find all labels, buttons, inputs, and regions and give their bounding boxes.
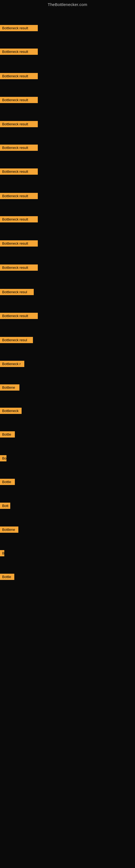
bar-row: Bo — [0, 455, 6, 463]
bottleneck-bar[interactable]: Bottle — [0, 431, 15, 437]
bottleneck-bar[interactable]: Bo — [0, 455, 6, 461]
bar-row: Bottleneck result — [0, 313, 38, 320]
bottleneck-bar[interactable]: Bottleneck resul — [0, 337, 33, 343]
bar-row: Bottleneck resul — [0, 337, 33, 344]
bar-row: Bottleneck result — [0, 240, 38, 248]
bottleneck-bar[interactable]: Bottleneck result — [0, 216, 38, 222]
bar-row: Bottle — [0, 479, 15, 486]
bottleneck-bar[interactable]: Bottleneck — [0, 408, 21, 414]
bar-row: Bottle — [0, 431, 15, 439]
bar-row: B — [0, 550, 4, 557]
site-title: TheBottlenecker.com — [0, 0, 135, 9]
bar-row: Bottlene — [0, 384, 19, 392]
bottleneck-bar[interactable]: Bott — [0, 503, 10, 509]
bar-row: Bottlene — [0, 527, 18, 534]
bar-row: Bottleneck result — [0, 216, 38, 223]
bar-row: Bottleneck result — [0, 121, 38, 128]
bar-row: Bottleneck result — [0, 145, 38, 152]
bottleneck-bar[interactable]: Bottleneck result — [0, 25, 38, 31]
bar-row: Bottleneck r — [0, 361, 24, 368]
bottleneck-bar[interactable]: Bottleneck result — [0, 193, 38, 199]
bottleneck-bar[interactable]: Bottleneck resul — [0, 289, 34, 295]
bottleneck-bar[interactable]: Bottleneck result — [0, 240, 38, 247]
bottleneck-bar[interactable]: B — [0, 550, 4, 556]
bottleneck-bar[interactable]: Bottlene — [0, 384, 19, 391]
bottleneck-bar[interactable]: Bottle — [0, 574, 14, 580]
bar-row: Bottleneck result — [0, 168, 38, 176]
bottleneck-bar[interactable]: Bottleneck result — [0, 313, 38, 319]
bar-row: Bottleneck result — [0, 193, 38, 200]
bottleneck-bar[interactable]: Bottleneck result — [0, 121, 38, 127]
bar-row: Bottleneck result — [0, 97, 38, 104]
bar-row: Bottleneck — [0, 408, 21, 415]
bottleneck-bar[interactable]: Bottle — [0, 479, 15, 485]
bar-row: Bott — [0, 503, 10, 510]
bottleneck-bar[interactable]: Bottleneck result — [0, 97, 38, 103]
bottleneck-bar[interactable]: Bottlene — [0, 527, 18, 533]
bar-row: Bottleneck result — [0, 73, 38, 80]
bottleneck-bar[interactable]: Bottleneck r — [0, 361, 24, 367]
bar-row: Bottleneck resul — [0, 289, 34, 296]
bottleneck-bar[interactable]: Bottleneck result — [0, 49, 38, 55]
bottleneck-bar[interactable]: Bottleneck result — [0, 168, 38, 175]
bottleneck-bar[interactable]: Bottleneck result — [0, 145, 38, 151]
bar-row: Bottleneck result — [0, 49, 38, 56]
bar-row: Bottle — [0, 574, 14, 581]
bottleneck-bar[interactable]: Bottleneck result — [0, 73, 38, 79]
bar-row: Bottleneck result — [0, 25, 38, 32]
bar-row: Bottleneck result — [0, 265, 38, 272]
bottleneck-bar[interactable]: Bottleneck result — [0, 265, 38, 271]
